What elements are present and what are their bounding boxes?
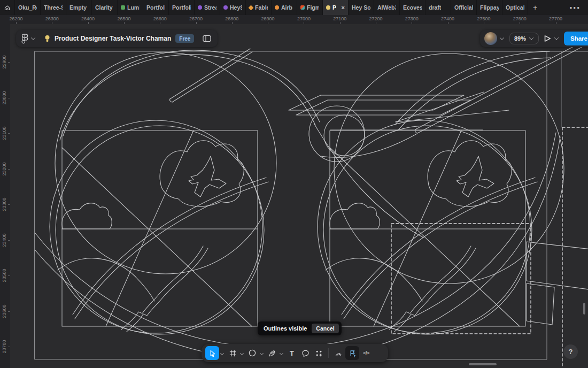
tab[interactable]: AIWeb3-: [374, 0, 400, 15]
ruler-label: 22900: [2, 55, 7, 68]
pen-tool-button[interactable]: [266, 347, 278, 359]
text-tool-button[interactable]: T: [285, 347, 298, 359]
construction-circle-right: [334, 53, 564, 283]
ruler-label: 26400: [81, 16, 95, 21]
canvas-artwork[interactable]: [0, 24, 588, 368]
tab[interactable]: Strean: [195, 0, 220, 15]
draw-tools-button[interactable]: [332, 347, 345, 359]
frame-icon: [229, 349, 237, 357]
help-button[interactable]: ?: [563, 344, 578, 359]
tab[interactable]: Airb: [272, 0, 297, 15]
tab-active[interactable]: P×: [323, 0, 349, 15]
tab-label: Lumin: [127, 4, 140, 11]
code-icon: </>: [363, 350, 369, 356]
ruler-label: 27300: [405, 16, 419, 21]
dev-code-button[interactable]: </>: [360, 347, 373, 359]
tab[interactable]: Fable: [246, 0, 272, 15]
tab[interactable]: Three-S: [41, 0, 66, 15]
tab-label: Oku_Rec: [18, 4, 37, 11]
zoom-level-dropdown[interactable]: 89%: [509, 33, 539, 44]
file-menu-chevron-icon[interactable]: [30, 36, 36, 41]
tab-close-icon[interactable]: ×: [340, 5, 345, 11]
purple-dot-icon: [198, 5, 202, 10]
swoosh-curves: [35, 50, 560, 361]
horizontal-scrollbar[interactable]: [469, 363, 497, 365]
tab[interactable]: draft: [425, 0, 451, 15]
toast-cancel-button[interactable]: Cancel: [312, 324, 338, 333]
zoom-chevron-icon: [529, 36, 534, 41]
tab-bar-tabs: Oku_RecThree-SEmpty SClarity SLuminPortf…: [15, 0, 528, 15]
figma-logo-icon[interactable]: [21, 34, 28, 44]
move-tool-button[interactable]: [205, 346, 219, 360]
ruler-tick: [88, 22, 89, 24]
tab-label: Fable: [255, 4, 268, 11]
ruler-tick: [8, 169, 10, 170]
ruler-tick: [8, 98, 10, 98]
present-play-icon[interactable]: [544, 35, 551, 42]
share-button[interactable]: Share: [564, 32, 588, 45]
tab-label: Clarity S: [95, 4, 114, 11]
tab[interactable]: Lumin: [118, 0, 143, 15]
tab[interactable]: Oku_Rec: [15, 0, 41, 15]
toggle-sidebar-icon[interactable]: [203, 35, 211, 42]
tab[interactable]: Empty S: [66, 0, 92, 15]
tab[interactable]: Ecoves-: [400, 0, 425, 15]
home-tab[interactable]: [0, 0, 15, 15]
tab[interactable]: Portfolio: [169, 0, 195, 15]
tab-label: Optical: [506, 4, 524, 11]
tab[interactable]: Portfolio: [143, 0, 169, 15]
tab-label: Airb: [281, 4, 292, 11]
tab-label: AIWeb3-: [377, 4, 396, 11]
tab[interactable]: Clarity S: [92, 0, 118, 15]
frame-tool-chevron-icon[interactable]: [239, 349, 244, 357]
vertical-ruler: 2290023000231002320023300234002350023600…: [0, 24, 10, 368]
ruler-label: 23300: [2, 197, 7, 211]
document-title[interactable]: Product Designer Task-Victor Chaman: [55, 35, 171, 42]
ruler-tick: [160, 22, 160, 24]
shape-tool-button[interactable]: [246, 347, 259, 359]
new-tab-button[interactable]: +: [528, 0, 542, 15]
ruler-label: 23400: [2, 233, 7, 247]
ruler-label: 27500: [477, 16, 490, 21]
tab[interactable]: Official: [451, 0, 477, 15]
ruler-label: 26300: [45, 16, 59, 21]
tab-overflow-button[interactable]: ●●●: [570, 0, 581, 15]
vertical-scrollbar[interactable]: [583, 303, 585, 315]
tab-label: Portfolio: [172, 4, 191, 11]
toast-message: Outlines visible: [264, 325, 307, 332]
ruler-tick: [8, 275, 10, 276]
actions-button[interactable]: [312, 347, 325, 359]
figma-logo-icon: [300, 5, 305, 10]
cursor-icon: [208, 349, 216, 357]
ruler-tick: [8, 204, 10, 205]
tab[interactable]: Figma: [297, 0, 323, 15]
ruler-label: 23500: [2, 269, 7, 282]
ruler-label: 26200: [9, 16, 22, 21]
right-trapezoids: [527, 242, 588, 325]
ruler-label: 23100: [2, 126, 7, 140]
ruler-label: 27600: [513, 16, 527, 21]
ruler-tick: [124, 22, 125, 24]
comment-tool-button[interactable]: [299, 347, 312, 359]
tab-label: draft: [429, 4, 441, 11]
annotate-measure-button[interactable]: [345, 346, 359, 360]
annotate-flag-icon: [349, 349, 357, 357]
user-avatar[interactable]: [484, 32, 497, 45]
home-icon: [4, 4, 11, 11]
tab[interactable]: Optical: [502, 0, 528, 15]
move-tool-chevron-icon[interactable]: [220, 349, 225, 357]
frame-tool-button[interactable]: [226, 347, 239, 359]
tab[interactable]: HeySc: [220, 0, 246, 15]
tab-label: Figma: [307, 4, 319, 11]
header-controls: 89% Share: [480, 30, 588, 47]
shape-tool-chevron-icon[interactable]: [259, 349, 264, 357]
tab[interactable]: Flippay: [477, 0, 502, 15]
tab-bar: Oku_RecThree-SEmpty SClarity SLuminPortf…: [0, 0, 588, 15]
avatar-chevron-icon[interactable]: [499, 36, 505, 41]
tab-label: Ecoves-: [403, 4, 422, 11]
present-chevron-icon[interactable]: [554, 36, 559, 41]
text-tool-icon: T: [290, 349, 294, 357]
comment-bubble-icon: [301, 349, 310, 357]
tab[interactable]: Hey Sola: [349, 0, 374, 15]
pen-tool-chevron-icon[interactable]: [279, 349, 284, 357]
